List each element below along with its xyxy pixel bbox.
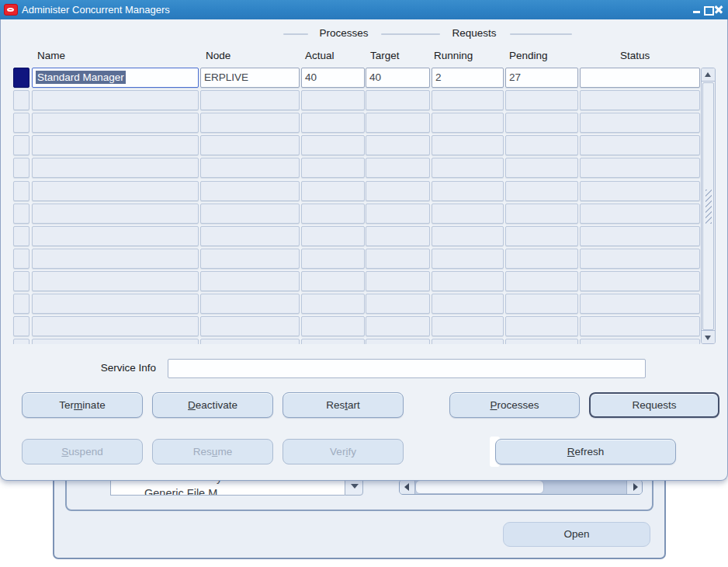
- cell-target[interactable]: [366, 158, 430, 178]
- row-selector[interactable]: [13, 294, 29, 314]
- cell-pending[interactable]: [505, 90, 578, 110]
- cell-target[interactable]: 40: [366, 68, 430, 88]
- cell-target[interactable]: [366, 294, 430, 314]
- cell-node[interactable]: [200, 316, 300, 336]
- cell-running[interactable]: [432, 181, 504, 201]
- title-bar[interactable]: Administer Concurrent Managers: [0, 0, 728, 19]
- horizontal-scrollbar-thumb[interactable]: [415, 480, 544, 494]
- cell-name[interactable]: [32, 90, 199, 110]
- cell-name[interactable]: [32, 135, 199, 155]
- cell-running[interactable]: 2: [432, 68, 504, 88]
- cell-name[interactable]: [32, 158, 199, 178]
- cell-name[interactable]: [32, 226, 199, 246]
- cell-node[interactable]: [200, 339, 300, 344]
- service-info-field[interactable]: [168, 359, 646, 378]
- cell-actual[interactable]: 40: [301, 68, 365, 88]
- scroll-up-button[interactable]: [702, 68, 715, 82]
- cell-actual[interactable]: [301, 113, 365, 133]
- deactivate-button[interactable]: Deactivate: [152, 392, 273, 418]
- cell-pending[interactable]: [505, 271, 578, 291]
- cell-pending[interactable]: [505, 339, 578, 344]
- cell-status[interactable]: [580, 181, 700, 201]
- table-scrollbar[interactable]: [701, 68, 716, 344]
- cell-running[interactable]: [432, 203, 504, 224]
- cell-node[interactable]: [200, 203, 300, 224]
- cell-target[interactable]: [366, 226, 430, 246]
- scroll-left-button[interactable]: [400, 480, 415, 494]
- close-icon[interactable]: [715, 5, 723, 14]
- cell-node[interactable]: [200, 113, 300, 133]
- cell-running[interactable]: [432, 158, 504, 178]
- cell-status[interactable]: [580, 68, 700, 88]
- row-selector[interactable]: [13, 181, 29, 201]
- cell-pending[interactable]: 27: [505, 68, 578, 88]
- cell-running[interactable]: [432, 249, 504, 269]
- restore-icon[interactable]: [704, 5, 712, 14]
- cell-pending[interactable]: [505, 135, 578, 155]
- cell-actual[interactable]: [301, 316, 365, 336]
- cell-node[interactable]: [200, 226, 300, 246]
- cell-pending[interactable]: [505, 294, 578, 314]
- cell-target[interactable]: [366, 113, 430, 133]
- cell-pending[interactable]: [505, 249, 578, 269]
- cell-actual[interactable]: [301, 181, 365, 201]
- cell-running[interactable]: [432, 271, 504, 291]
- resume-button[interactable]: Resume: [152, 439, 273, 464]
- cell-running[interactable]: [432, 90, 504, 110]
- scrollbar-thumb[interactable]: [702, 82, 714, 330]
- cell-status[interactable]: [580, 158, 700, 178]
- cell-actual[interactable]: [301, 158, 365, 178]
- row-selector[interactable]: [13, 249, 29, 269]
- cell-actual[interactable]: [301, 249, 365, 269]
- row-selector[interactable]: [13, 339, 29, 344]
- cell-node[interactable]: [200, 271, 300, 291]
- minimize-icon[interactable]: [693, 5, 701, 14]
- cell-node[interactable]: [200, 135, 300, 155]
- cell-name[interactable]: [32, 181, 199, 201]
- cell-status[interactable]: [580, 339, 700, 344]
- cell-status[interactable]: [580, 294, 700, 314]
- cell-status[interactable]: [580, 135, 700, 155]
- cell-actual[interactable]: [301, 339, 365, 344]
- cell-actual[interactable]: [301, 271, 365, 291]
- cell-node[interactable]: [200, 249, 300, 269]
- cell-target[interactable]: [366, 135, 430, 155]
- cell-actual[interactable]: [301, 294, 365, 314]
- cell-status[interactable]: [580, 316, 700, 336]
- requests-button[interactable]: Requests: [589, 392, 719, 418]
- cell-name[interactable]: [32, 113, 199, 133]
- cell-target[interactable]: [366, 181, 430, 201]
- cell-target[interactable]: [366, 339, 430, 344]
- cell-name[interactable]: [32, 316, 199, 336]
- verify-button[interactable]: Verify: [283, 439, 404, 464]
- cell-running[interactable]: [432, 135, 504, 155]
- open-button[interactable]: Open: [503, 522, 650, 547]
- cell-name[interactable]: [32, 294, 199, 314]
- cell-name[interactable]: [32, 203, 199, 224]
- cell-actual[interactable]: [301, 90, 365, 110]
- cell-node[interactable]: ERPLIVE: [200, 68, 300, 88]
- cell-target[interactable]: [366, 249, 430, 269]
- horizontal-scrollbar[interactable]: [399, 479, 643, 495]
- cell-node[interactable]: [200, 158, 300, 178]
- cell-running[interactable]: [432, 316, 504, 336]
- row-selector[interactable]: [13, 135, 29, 155]
- cell-node[interactable]: [200, 294, 300, 314]
- cell-target[interactable]: [366, 90, 430, 110]
- cell-pending[interactable]: [505, 226, 578, 246]
- cell-node[interactable]: [200, 90, 300, 110]
- cell-pending[interactable]: [505, 203, 578, 224]
- row-selector[interactable]: [13, 316, 29, 336]
- cell-actual[interactable]: [301, 135, 365, 155]
- row-selector[interactable]: [13, 226, 29, 246]
- cell-status[interactable]: [580, 203, 700, 224]
- cell-node[interactable]: [200, 181, 300, 201]
- cell-name[interactable]: [32, 271, 199, 291]
- cell-actual[interactable]: [301, 203, 365, 224]
- cell-actual[interactable]: [301, 226, 365, 246]
- cell-running[interactable]: [432, 339, 504, 344]
- row-selector[interactable]: [13, 271, 29, 291]
- cell-status[interactable]: [580, 226, 700, 246]
- cell-status[interactable]: [580, 249, 700, 269]
- row-selector[interactable]: [13, 113, 29, 133]
